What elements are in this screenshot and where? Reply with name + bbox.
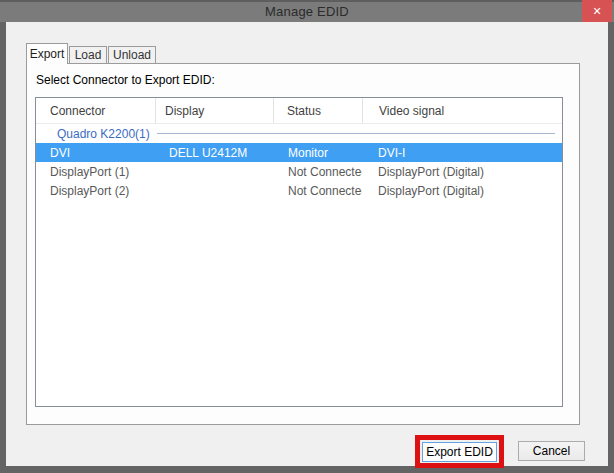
export-edid-button-label: Export EDID xyxy=(426,445,493,459)
title-bar: Manage EDID xyxy=(0,0,614,22)
cell-video-signal: DisplayPort (Digital) xyxy=(362,165,562,179)
cancel-button[interactable]: Cancel xyxy=(518,441,585,461)
group-label: Quadro K2200(1) xyxy=(57,127,150,141)
tab-export[interactable]: Export xyxy=(26,43,68,64)
window-title: Manage EDID xyxy=(265,4,349,19)
tab-load[interactable]: Load xyxy=(69,46,107,63)
cell-video-signal: DisplayPort (Digital) xyxy=(362,184,562,198)
group-row-quadro-k2200: Quadro K2200(1) xyxy=(36,124,562,143)
column-header-display[interactable]: Display xyxy=(155,98,273,123)
tab-export-label: Export xyxy=(30,47,65,61)
close-button[interactable]: ✕ xyxy=(582,0,612,22)
select-connector-label: Select Connector to Export EDID: xyxy=(36,73,215,87)
tab-load-label: Load xyxy=(75,48,102,62)
cancel-button-label: Cancel xyxy=(533,444,570,458)
connector-table: Connector Display Status Video signal Qu… xyxy=(35,97,563,407)
cell-status: Not Connected xyxy=(273,165,362,179)
column-header-status[interactable]: Status xyxy=(273,98,362,123)
group-divider-line xyxy=(157,133,555,134)
column-header-video-signal[interactable]: Video signal xyxy=(362,98,562,123)
cell-connector: DVI xyxy=(36,146,155,160)
table-row-displayport-1[interactable]: DisplayPort (1) Not Connected DisplayPor… xyxy=(36,162,562,181)
cell-connector: DisplayPort (2) xyxy=(36,184,155,198)
tab-unload-label: Unload xyxy=(113,48,151,62)
tab-unload[interactable]: Unload xyxy=(108,46,156,63)
table-row-displayport-2[interactable]: DisplayPort (2) Not Connected DisplayPor… xyxy=(36,181,562,200)
column-header-connector[interactable]: Connector xyxy=(36,98,155,123)
cell-display: DELL U2412M xyxy=(155,146,273,160)
table-row-dvi[interactable]: DVI DELL U2412M Monitor DVI-I xyxy=(36,143,562,162)
dialog-client-area: Export Load Unload Select Connector to E… xyxy=(6,22,608,466)
table-header-row: Connector Display Status Video signal xyxy=(36,98,562,124)
cell-connector: DisplayPort (1) xyxy=(36,165,155,179)
cell-status: Not Connected xyxy=(273,184,362,198)
close-icon: ✕ xyxy=(592,5,601,18)
cell-status: Monitor xyxy=(273,146,362,160)
export-tab-page: Select Connector to Export EDID: Connect… xyxy=(26,63,580,425)
annotation-highlight-rectangle: Export EDID xyxy=(415,435,504,468)
cell-video-signal: DVI-I xyxy=(362,146,562,160)
export-edid-button[interactable]: Export EDID xyxy=(422,442,497,462)
dialog-window: { "window": { "title": "Manage EDID" }, … xyxy=(0,0,614,473)
